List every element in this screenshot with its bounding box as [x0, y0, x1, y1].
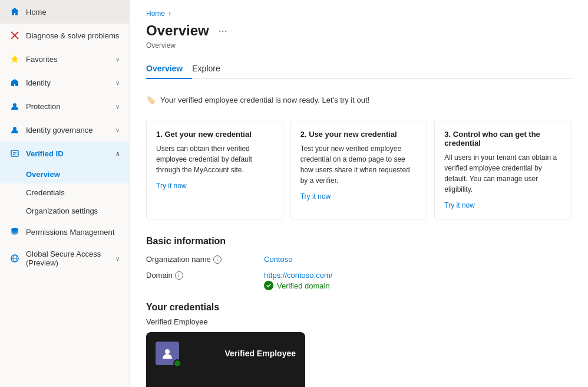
tabs-bar: Overview Explore — [146, 59, 572, 79]
org-name-row: Organization name i Contoso — [146, 255, 572, 264]
tab-explore[interactable]: Explore — [192, 59, 229, 79]
verified-domain-row: Verified domain — [264, 281, 572, 290]
card-3-title: 3. Control who can get the credential — [444, 130, 561, 147]
global-chevron: ∨ — [115, 255, 120, 262]
sidebar-item-protection[interactable]: Protection ∨ — [0, 94, 129, 118]
identity-chevron: ∨ — [115, 80, 120, 86]
tab-overview[interactable]: Overview — [146, 59, 192, 79]
credential-card-name: Verified Employee — [185, 349, 296, 358]
sidebar-item-diagnose-label: Diagnose & solve problems — [26, 31, 120, 40]
governance-chevron: ∨ — [115, 127, 120, 133]
sidebar-item-favorites[interactable]: Favorites ∨ — [0, 47, 129, 71]
cards-row: 1. Get your new credential Users can obt… — [146, 120, 572, 219]
page-header: Overview ··· — [146, 22, 572, 39]
more-options-button[interactable]: ··· — [215, 24, 231, 38]
card-2: 2. Use your new credential Test your new… — [290, 120, 428, 219]
domain-row: Domain i https://contoso.com/ Verified d… — [146, 271, 572, 290]
diagnose-icon — [9, 30, 20, 41]
protection-icon — [9, 101, 20, 111]
card-2-body: Test your new verified employee credenti… — [300, 143, 418, 186]
favorites-icon — [9, 54, 20, 64]
permissions-icon — [9, 227, 20, 237]
main-content: Home › Overview ··· Overview Overview Ex… — [130, 0, 588, 387]
sidebar-item-identity[interactable]: Identity ∨ — [0, 71, 129, 94]
domain-label: Domain i — [146, 271, 264, 280]
verified-check-icon — [264, 281, 273, 290]
banner-text: Your verified employee credential is now… — [160, 96, 369, 104]
svg-rect-5 — [11, 150, 18, 156]
sidebar-sub-org-settings[interactable]: Organization settings — [0, 202, 129, 220]
sidebar-item-home[interactable]: Home — [0, 0, 129, 24]
card-2-link[interactable]: Try it now — [300, 192, 331, 201]
org-name-label: Organization name i — [146, 255, 264, 264]
card-1: 1. Get your new credential Users can obt… — [146, 120, 283, 219]
overview-sub-label: Overview — [26, 170, 60, 179]
page-subtitle: Overview — [146, 41, 572, 50]
sidebar: Home Diagnose & solve problems Favorites… — [0, 0, 130, 387]
credential-top: Verified Employee — [146, 332, 305, 375]
sidebar-item-governance-label: Identity governance — [26, 126, 110, 135]
org-settings-sub-label: Organization settings — [26, 206, 98, 215]
breadcrumb: Home › — [146, 9, 572, 18]
sidebar-sub-overview[interactable]: Overview — [0, 165, 129, 183]
domain-value: https://contoso.com/ Verified domain — [264, 271, 572, 290]
card-3-body: All users in your tenant can obtain a ve… — [444, 152, 561, 195]
sidebar-item-favorites-label: Favorites — [26, 55, 110, 64]
favorites-chevron: ∨ — [115, 56, 120, 63]
verified-domain-label: Verified domain — [277, 281, 330, 290]
domain-url-link[interactable]: https://contoso.com/ — [264, 271, 332, 280]
banner-icon: 🏷️ — [146, 96, 156, 104]
sidebar-item-global-label: Global Secure Access (Preview) — [26, 250, 110, 267]
home-icon — [9, 6, 20, 17]
governance-icon — [9, 124, 20, 135]
org-name-info-icon[interactable]: i — [213, 255, 222, 264]
identity-icon — [9, 77, 20, 88]
svg-marker-2 — [11, 55, 19, 63]
card-2-title: 2. Use your new credential — [300, 130, 418, 139]
card-3-link[interactable]: Try it now — [444, 201, 475, 209]
card-1-link[interactable]: Try it now — [156, 182, 187, 190]
sidebar-item-permissions[interactable]: Permissions Management — [0, 220, 129, 244]
card-1-body: Users can obtain their verified employee… — [156, 143, 273, 175]
page-title: Overview — [146, 22, 209, 39]
org-name-link[interactable]: Contoso — [264, 255, 292, 264]
sidebar-item-diagnose[interactable]: Diagnose & solve problems — [0, 24, 129, 47]
sidebar-item-verified-id[interactable]: Verified ID ∧ — [0, 142, 129, 165]
sidebar-item-protection-label: Protection — [26, 102, 110, 111]
verified-chevron: ∧ — [115, 150, 120, 157]
credential-badge — [173, 359, 181, 368]
sidebar-item-permissions-label: Permissions Management — [26, 228, 120, 237]
credential-card: Verified Employee Contoso — [146, 332, 305, 387]
sidebar-item-verified-label: Verified ID — [26, 149, 110, 158]
credential-avatar — [156, 342, 179, 365]
svg-point-10 — [11, 228, 18, 231]
card-3: 3. Control who can get the credential Al… — [434, 120, 572, 219]
verified-id-icon — [9, 148, 20, 159]
domain-info-icon[interactable]: i — [175, 271, 183, 280]
credential-card-inner: Verified Employee Contoso — [146, 332, 305, 387]
sidebar-item-identity-governance[interactable]: Identity governance ∨ — [0, 118, 129, 142]
svg-point-14 — [165, 349, 170, 354]
credentials-sub-label: Credentials — [26, 188, 65, 197]
sidebar-item-global-secure[interactable]: Global Secure Access (Preview) ∨ — [0, 244, 129, 273]
card-1-title: 1. Get your new credential — [156, 130, 273, 139]
protection-chevron: ∨ — [115, 103, 120, 110]
banner: 🏷️ Your verified employee credential is … — [146, 90, 572, 110]
sidebar-item-identity-label: Identity — [26, 78, 110, 87]
global-icon — [9, 253, 20, 264]
credential-type-label: Verified Employee — [146, 317, 572, 326]
org-name-value: Contoso — [264, 255, 572, 264]
credentials-title: Your credentials — [146, 302, 572, 313]
sidebar-sub-credentials[interactable]: Credentials — [0, 183, 129, 202]
basic-info-title: Basic information — [146, 236, 572, 247]
sidebar-item-home-label: Home — [26, 8, 120, 17]
breadcrumb-separator: › — [169, 9, 171, 18]
breadcrumb-home[interactable]: Home — [146, 9, 165, 18]
